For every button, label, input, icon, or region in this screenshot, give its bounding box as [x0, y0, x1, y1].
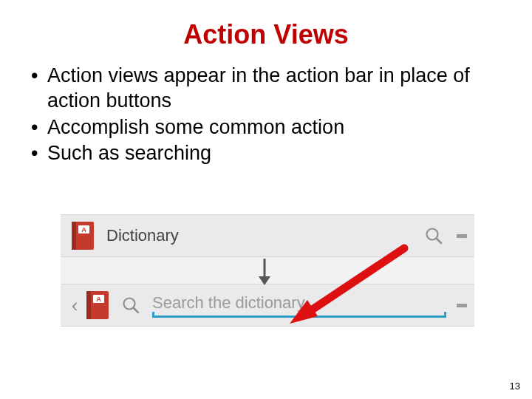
app-icon-letter: A: [96, 296, 101, 303]
bullet-item: Action views appear in the action bar in…: [31, 64, 505, 114]
bullet-item: Accomplish some common action: [31, 115, 505, 140]
action-bar-expanded: ‹ A Search the dictionary: [61, 284, 474, 327]
overflow-menu-icon[interactable]: [457, 223, 467, 248]
app-icon-letter: A: [81, 226, 86, 233]
back-chevron-icon[interactable]: ‹: [68, 294, 81, 317]
search-placeholder: Search the dictionary: [152, 293, 446, 314]
svg-line-9: [134, 308, 138, 313]
app-icon: A: [68, 219, 99, 252]
search-icon[interactable]: [118, 293, 143, 318]
bullet-item: Such as searching: [31, 141, 505, 166]
app-icon: A: [83, 289, 114, 321]
search-input[interactable]: Search the dictionary: [152, 293, 446, 318]
svg-rect-6: [86, 291, 91, 319]
search-icon[interactable]: [421, 223, 446, 248]
search-underline: [152, 316, 446, 318]
down-arrow-icon: [253, 257, 276, 290]
slide-title: Action Views: [27, 19, 505, 50]
svg-marker-11: [259, 276, 270, 285]
overflow-menu-icon[interactable]: [457, 293, 467, 318]
app-title-label: Dictionary: [106, 226, 421, 245]
page-number: 13: [510, 381, 520, 392]
bullet-list: Action views appear in the action bar in…: [31, 64, 505, 166]
svg-line-4: [437, 239, 441, 243]
slide: Action Views Action views appear in the …: [0, 0, 532, 399]
action-bar-figure: A Dictionary ‹ A: [61, 214, 474, 327]
svg-rect-1: [72, 222, 76, 250]
action-bar-collapsed: A Dictionary: [61, 214, 474, 257]
